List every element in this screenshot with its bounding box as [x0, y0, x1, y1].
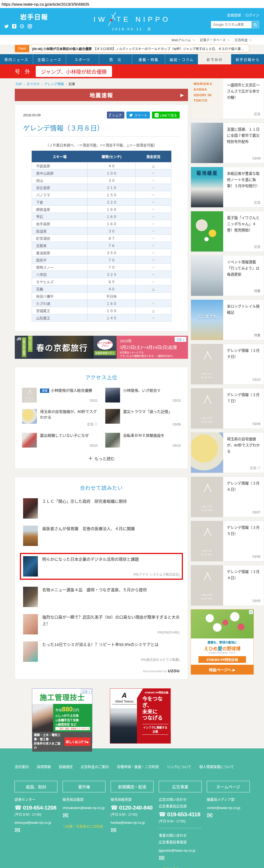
sidebar-article-card[interactable]: 支援に感謝、１１日に全国７都市で震災特別号外配布 03/09 — [191, 123, 264, 163]
envelope-icon[interactable]: ✉ — [111, 827, 154, 834]
related-article[interactable]: 明らかになった日本企業のデジタル活用の現状と課題 PR(アドビ システムズ株式会… — [20, 553, 183, 580]
ad-cta-button[interactable]: 特設ページへ ▶ — [191, 665, 254, 674]
ranking-item[interactable]: 速報小林陵侑が個人総合優勝 03/11 — [22, 388, 98, 402]
earthquake-banner[interactable]: 地震速報 ▶ — [15, 89, 188, 101]
sidebar-title: 支援に感謝、１１日に全国７都市で震災特別号外配布 — [227, 127, 261, 145]
read-more-button[interactable]: ＋もっと読む — [88, 455, 115, 462]
ad-photo — [191, 610, 254, 639]
footer-link[interactable]: 会社案内 — [15, 764, 29, 769]
sidebar-article-card[interactable]: ゲレンデ情報（３月６日） 03/07 — [191, 476, 264, 517]
line-share-button[interactable]: LINELINEで送る — [152, 112, 180, 119]
sidebar-tag: 03/08 — [253, 422, 261, 426]
ranking-item[interactable]: 震災経験していない子になぜ 03/10 — [22, 433, 98, 447]
sidebar-article-card[interactable]: ～盛岡市と文京区～さんさで広がる幸せの輪！ 広告 — [191, 78, 264, 119]
ad-banner-allied-telesis[interactable]: ✕ A Allied Telesis 47NEWS PR特別企画 今をつなぎ、未… — [110, 688, 171, 744]
sidebar-tag: 03/06 — [253, 555, 261, 559]
twitter-share-button[interactable]: ツイート — [127, 112, 150, 119]
footer-link[interactable]: 各種申請・後援・二次利用 — [117, 764, 159, 769]
ad-banner-kyoto[interactable]: JR 京都の桜を観賞 ゆったりと 春の京都旅行 おトクな旅行プラン 往復新幹線で… — [15, 336, 188, 359]
related-article[interactable]: たった14日でシミが消える！？リピート率93.9%のシミケアとは PR(株式会社… — [23, 642, 180, 662]
email-address[interactable]: chosakuken@iwate-np.co.jp — [62, 806, 106, 810]
breadcrumb-item[interactable]: TOP — [15, 82, 27, 86]
footer-yellow-link[interactable]: ＞記事・写真等の二次利用 — [62, 824, 106, 829]
gogai-headline[interactable]: ジャンプ、小林陵が総合優勝 — [36, 66, 112, 77]
ranking-title: 震災経験していない子になぜ — [40, 433, 89, 438]
sidebar-article-card[interactable]: ゲレンデ情報（３月７日） 03/08 — [191, 388, 264, 429]
breadcrumb-item[interactable]: 記事 — [69, 82, 75, 86]
nav-tab[interactable]: 論説・コラム — [165, 54, 198, 64]
sidebar-article-card[interactable]: 本紙記者が豊富な取材ノートを基に執筆！３月中旬発行！ 広告 — [191, 167, 264, 208]
utility-link[interactable]: 記事データベース — [200, 37, 230, 42]
nav-tab[interactable]: 全国ニュース — [33, 54, 66, 64]
ski-status: ○ — [136, 213, 171, 220]
footer-column: 紙面、取材 読者センター 019-654-1208 (平日 9:00 - 17:… — [15, 781, 57, 834]
ranking-item[interactable]: 震災トラウマ「誤った記憶」 03/09 — [105, 409, 181, 426]
ad-banner-construction[interactable]: 広告 ∨ 施工管理技士 年収880万円 ◎しっかり土日休◎各種手当て充実◎経営安… — [32, 688, 93, 744]
envelope-icon[interactable]: ✉ — [207, 812, 250, 819]
footer-yellow-link[interactable]: ＞後援申請書 — [159, 866, 202, 868]
utility-link[interactable]: 広告料金 — [235, 37, 252, 42]
ranking-item[interactable]: 自転車ＢＭＸ体験施設を 03/10 — [105, 433, 181, 447]
search-input[interactable] — [211, 21, 252, 28]
envelope-icon[interactable]: ✉ — [62, 812, 106, 819]
sidebar-article-card[interactable]: ゲレンデ情報（３月９日） 03/10 — [191, 344, 264, 384]
ad-cta-button[interactable]: 詳しくはコチラ▶ — [64, 737, 90, 746]
nav-tab[interactable]: 県内ニュース — [0, 54, 33, 64]
nav-tab[interactable]: 岩手日報から — [231, 54, 264, 64]
utility-link[interactable]: Webアルバム — [171, 37, 195, 42]
footer-link[interactable]: 広告料金のご案内 — [81, 764, 109, 769]
flash-news-bar[interactable]: Flash [00:40] 小林陵が日本勢初の個人総合優勝 【オスロ共同】ノルデ… — [15, 44, 249, 53]
search-button[interactable] — [252, 21, 259, 28]
snow-depth: １６０ — [87, 206, 136, 213]
footer-link[interactable]: リンクについて — [167, 764, 191, 769]
ski-status: ○ — [136, 271, 171, 278]
footer-link[interactable]: 個人情報保護について — [199, 764, 234, 769]
ad-label[interactable]: 広告 ∨ — [81, 689, 91, 694]
footer-link[interactable]: 採用情報 — [37, 764, 51, 769]
sidebar-article-card[interactable]: ゲレンデ情報（３月５日） 03/06 — [191, 521, 264, 561]
ski-area-name: 祭畤スノー — [32, 264, 87, 271]
related-article[interactable]: ＩＬＣ「関心」示した政府 研究者組織に期待 — [23, 498, 180, 519]
email-address[interactable]: jigyoubu@iwate-np.co.jp — [159, 849, 202, 852]
register-link[interactable]: 会員登録 — [227, 12, 241, 18]
sidebar-article-card[interactable]: イベント情報満載「行ってみよう」は毎週更新 特集 — [191, 255, 264, 296]
related-article[interactable]: 名物メニュー選抜４品 盛岡・つなぎ温泉、５月から提供 — [23, 587, 180, 607]
ad-label[interactable]: 広告 ∨ — [175, 337, 186, 342]
breadcrumb-item[interactable]: ゲレンデ情報 — [44, 82, 69, 86]
sidebar-article-card[interactable]: 米ロングトレイル挑戦記 特集 — [191, 300, 264, 340]
sidebar-article-card[interactable]: 電子版「イワさんとニッポちゃん」４巻！発売開始！ 広告 — [191, 211, 264, 252]
email-address[interactable]: center@iwate-np.co.jp — [207, 806, 250, 810]
nav-tab[interactable]: 防 災 — [99, 54, 132, 64]
ski-area-name: 八甲田 — [32, 271, 87, 278]
ski-status: ○ — [136, 264, 171, 271]
ad-banner-ehime-baseball[interactable]: ✕ 愛媛を、野球の聖地に えひめ愛の野球博 EHIME BASEBALL EXP… — [191, 609, 254, 675]
ranking-item[interactable]: 小林陵侑、いざ総合Ｖ 03/10 — [105, 388, 181, 402]
nav-tab[interactable]: スポーツ — [66, 54, 99, 64]
ranking-title: 震災トラウマ「誤った記憶」 — [123, 409, 172, 414]
ski-conditions-table: スキー場積雪(センチ)滑走状況 平庭高原 ４０ △ 奥中山高原 — [32, 151, 171, 321]
sidebar-article-card[interactable]: ゲレンデ情報（３月４日） 03/05 — [191, 565, 264, 606]
related-article[interactable]: 強烈な口臭が一瞬で？武田久美子（50）の口臭ない理由が簡単すぎると大炎上！ PR… — [23, 614, 180, 634]
article-thumbnail — [23, 642, 38, 662]
envelope-icon[interactable]: ✉ — [159, 855, 202, 862]
email-address[interactable]: hanbai@iwate-np.co.jp — [111, 821, 154, 825]
facebook-share-button[interactable]: fシェア — [107, 112, 125, 119]
email-address[interactable]: dokusya@iwate-np.co.jp — [15, 821, 57, 825]
breadcrumb-item[interactable]: おでかけ — [27, 82, 44, 86]
footer-link[interactable]: 投稿規定 — [59, 764, 73, 769]
sidebar-title: ～盛岡市と文京区～さんさで広がる幸せの輪！ — [227, 82, 261, 101]
related-articles-card: 合わせて読みたい ＩＬＣ「関心」示した政府 研究者組織に期待 — [15, 477, 188, 679]
footer-column-header: 紙面、取材 — [15, 781, 57, 793]
nav-tab[interactable]: おでかけ — [198, 54, 231, 64]
sidebar-title: ゲレンデ情報（３月７日） — [227, 392, 261, 404]
nav-tab[interactable]: 連載・特集 — [132, 54, 165, 64]
snow-depth: ７０ — [87, 256, 136, 264]
related-article[interactable]: 歯医者さんが保育園 花巻の医療法人、４月に開園 — [23, 526, 180, 546]
sidebar-article-card[interactable]: 埼玉県の自宅価値が、60秒でスグわかる 広告ⓘ — [191, 432, 264, 473]
login-link[interactable]: ログイン — [245, 12, 259, 18]
close-icon[interactable]: ✕ — [249, 610, 253, 614]
ranking-item[interactable]: 埼玉県の自宅価値が、60秒でスグわかる 広告ⓘ — [22, 409, 98, 426]
ski-status: ○ — [136, 191, 171, 198]
envelope-icon[interactable]: ✉ — [15, 827, 57, 834]
table-row: 奥中山高原 １００ ○ — [32, 169, 171, 177]
